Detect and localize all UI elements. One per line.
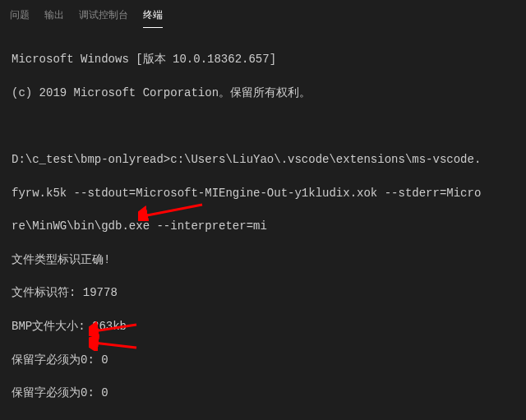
svg-line-1 (143, 205, 202, 216)
terminal-line: Microsoft Windows [版本 10.0.18362.657] (12, 51, 514, 67)
terminal-line: 保留字必须为0: 0 (12, 385, 514, 401)
terminal-line (12, 118, 514, 134)
terminal-line: 文件类型标识正确! (12, 252, 514, 268)
panel-tabs: 问题 输出 调试控制台 终端 (0, 0, 526, 28)
tab-output[interactable]: 输出 (44, 3, 64, 28)
terminal-line: 保留字必须为0: 0 (12, 352, 514, 368)
tab-terminal[interactable]: 终端 (143, 3, 163, 28)
annotation-arrow-icon (89, 302, 138, 384)
terminal-line: (c) 2019 Microsoft Corporation。保留所有权利。 (12, 85, 514, 101)
terminal-line: D:\c_test\bmp-onlyread>c:\Users\LiuYao\.… (12, 151, 514, 168)
svg-line-5 (94, 343, 136, 348)
terminal-line: fyrw.k5k --stdout=Microsoft-MIEngine-Out… (12, 185, 514, 201)
terminal-line: re\MinWG\bin\gdb.exe --interpreter=mi (12, 218, 514, 234)
terminal-line: BMP文件大小: 263kb (12, 318, 514, 335)
terminal-output[interactable]: Microsoft Windows [版本 10.0.18362.657] (c… (0, 28, 526, 420)
tab-problems[interactable]: 问题 (10, 3, 30, 28)
annotation-arrow-icon (138, 168, 204, 254)
terminal-line: 文件标识符: 19778 (12, 284, 514, 301)
tab-debug-console[interactable]: 调试控制台 (79, 3, 128, 28)
